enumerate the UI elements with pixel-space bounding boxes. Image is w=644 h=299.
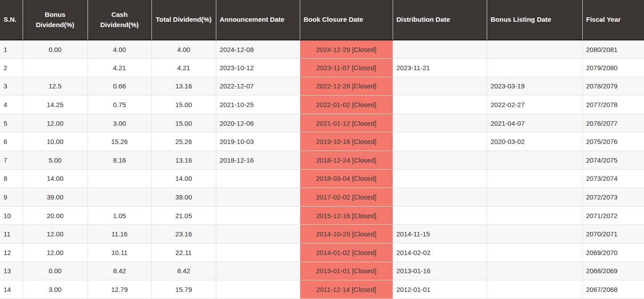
header-cell-fiscal_year: Fiscal Year bbox=[582, 0, 644, 40]
cell-bonus_dividend: 14.00 bbox=[23, 169, 87, 188]
cell-book_closure_date: 2021-01-12 [Closed] bbox=[300, 114, 393, 132]
cell-bonus_listing_date: 2021-04-07 bbox=[487, 114, 582, 132]
header-cell-total_dividend: Total Dividend(%) bbox=[151, 0, 216, 40]
cell-total_dividend: 21.05 bbox=[151, 206, 216, 225]
cell-total_dividend: 8.42 bbox=[151, 262, 216, 280]
cell-fiscal_year: 2071/2072 bbox=[582, 206, 644, 225]
cell-announcement_date bbox=[216, 280, 300, 299]
cell-announcement_date bbox=[216, 206, 300, 225]
cell-book_closure_date: 2019-10-16 [Closed] bbox=[300, 132, 393, 151]
cell-cash_dividend bbox=[87, 169, 151, 188]
cell-fiscal_year: 2075/2076 bbox=[582, 132, 644, 151]
cell-bonus_dividend: 12.00 bbox=[23, 114, 87, 132]
header-cell-bonus_dividend: Bonus Dividend(%) bbox=[23, 0, 87, 40]
cell-fiscal_year: 2069/2070 bbox=[582, 243, 644, 262]
cell-distribution_date: 2014-02-02 bbox=[393, 243, 487, 262]
cell-bonus_listing_date bbox=[487, 262, 582, 280]
cell-fiscal_year: 2073/2074 bbox=[582, 169, 644, 188]
cell-bonus_dividend: 10.00 bbox=[23, 132, 87, 151]
cell-sn: 1 bbox=[0, 40, 23, 59]
header-cell-book_closure_date: Book Closure Date bbox=[300, 0, 393, 40]
cell-book_closure_date: 2018-12-24 [Closed] bbox=[300, 151, 393, 170]
cell-announcement_date bbox=[216, 262, 300, 280]
cell-book_closure_date: 2011-12-14 [Closed] bbox=[300, 280, 393, 299]
cell-total_dividend: 13.16 bbox=[151, 151, 216, 170]
cell-sn: 13 bbox=[0, 262, 23, 280]
cell-bonus_dividend: 12.00 bbox=[23, 243, 87, 262]
cell-sn: 7 bbox=[0, 151, 23, 170]
cell-bonus_dividend: 0.00 bbox=[23, 40, 87, 59]
cell-total_dividend: 22.11 bbox=[151, 243, 216, 262]
cell-sn: 8 bbox=[0, 169, 23, 188]
cell-fiscal_year: 2070/2071 bbox=[582, 225, 644, 243]
cell-book_closure_date: 2022-12-28 [Closed] bbox=[300, 77, 393, 96]
cell-bonus_dividend: 14.25 bbox=[23, 96, 87, 114]
cell-bonus_listing_date bbox=[487, 169, 582, 188]
cell-cash_dividend: 11.16 bbox=[87, 225, 151, 243]
cell-announcement_date: 2021-10-25 bbox=[216, 96, 300, 114]
cell-bonus_dividend: 39.00 bbox=[23, 188, 87, 207]
cell-fiscal_year: 2080/2081 bbox=[582, 40, 644, 59]
cell-fiscal_year: 2076/2077 bbox=[582, 114, 644, 132]
table-row: 610.0015.2625.262019-10-032019-10-16 [Cl… bbox=[0, 132, 644, 151]
cell-total_dividend: 39.00 bbox=[151, 188, 216, 207]
table-body: 10.004.004.002024-12-082024-12-29 [Close… bbox=[0, 40, 644, 299]
cell-bonus_dividend bbox=[23, 59, 87, 77]
cell-sn: 14 bbox=[0, 280, 23, 299]
header-row: S.N.Bonus Dividend(%)Cash Dividend(%)Tot… bbox=[0, 0, 644, 40]
table-row: 1112.0011.1623.162014-10-20 [Closed]2014… bbox=[0, 225, 644, 243]
cell-sn: 3 bbox=[0, 77, 23, 96]
dividend-history-table: S.N.Bonus Dividend(%)Cash Dividend(%)Tot… bbox=[0, 0, 644, 299]
header-cell-bonus_listing_date: Bonus Listing Date bbox=[487, 0, 582, 40]
header-cell-cash_dividend: Cash Dividend(%) bbox=[87, 0, 151, 40]
cell-book_closure_date: 2014-10-20 [Closed] bbox=[300, 225, 393, 243]
cell-bonus_dividend: 0.00 bbox=[23, 262, 87, 280]
cell-total_dividend: 4.00 bbox=[151, 40, 216, 59]
table-row: 414.250.7515.002021-10-252022-01-02 [Clo… bbox=[0, 96, 644, 114]
cell-book_closure_date: 2018-03-04 [Closed] bbox=[300, 169, 393, 188]
cell-distribution_date bbox=[393, 114, 487, 132]
cell-bonus_dividend: 12.00 bbox=[23, 225, 87, 243]
cell-bonus_dividend: 12.5 bbox=[23, 77, 87, 96]
cell-cash_dividend: 0.66 bbox=[87, 77, 151, 96]
cell-distribution_date bbox=[393, 132, 487, 151]
table-row: 24.214.212023-10-122023-11-07 [Closed]20… bbox=[0, 59, 644, 77]
cell-fiscal_year: 2072/2073 bbox=[582, 188, 644, 207]
cell-distribution_date: 2013-01-16 bbox=[393, 262, 487, 280]
header-cell-distribution_date: Distribution Date bbox=[393, 0, 487, 40]
table-row: 143.0012.7915.792011-12-14 [Closed]2012-… bbox=[0, 280, 644, 299]
cell-book_closure_date: 2024-12-29 [Closed] bbox=[300, 40, 393, 59]
cell-fiscal_year: 2068/2069 bbox=[582, 262, 644, 280]
cell-bonus_listing_date bbox=[487, 280, 582, 299]
cell-distribution_date: 2023-11-21 bbox=[393, 59, 487, 77]
cell-total_dividend: 15.79 bbox=[151, 280, 216, 299]
cell-announcement_date bbox=[216, 169, 300, 188]
cell-total_dividend: 23.16 bbox=[151, 225, 216, 243]
cell-fiscal_year: 2079/2080 bbox=[582, 59, 644, 77]
dividend-history-panel: S.N.Bonus Dividend(%)Cash Dividend(%)Tot… bbox=[0, 0, 644, 299]
cell-sn: 4 bbox=[0, 96, 23, 114]
table-row: 130.008.428.422013-01-01 [Closed]2013-01… bbox=[0, 262, 644, 280]
cell-announcement_date: 2024-12-08 bbox=[216, 40, 300, 59]
cell-sn: 9 bbox=[0, 188, 23, 207]
cell-announcement_date: 2018-12-16 bbox=[216, 151, 300, 170]
cell-fiscal_year: 2067/2068 bbox=[582, 280, 644, 299]
cell-distribution_date bbox=[393, 77, 487, 96]
cell-distribution_date bbox=[393, 96, 487, 114]
cell-announcement_date: 2019-10-03 bbox=[216, 132, 300, 151]
cell-announcement_date bbox=[216, 225, 300, 243]
cell-sn: 10 bbox=[0, 206, 23, 225]
cell-book_closure_date: 2023-11-07 [Closed] bbox=[300, 59, 393, 77]
cell-bonus_listing_date bbox=[487, 188, 582, 207]
header-cell-sn: S.N. bbox=[0, 0, 23, 40]
cell-book_closure_date: 2013-01-01 [Closed] bbox=[300, 262, 393, 280]
cell-bonus_dividend: 20.00 bbox=[23, 206, 87, 225]
cell-sn: 12 bbox=[0, 243, 23, 262]
cell-bonus_listing_date bbox=[487, 40, 582, 59]
cell-book_closure_date: 2015-12-16 [Closed] bbox=[300, 206, 393, 225]
cell-cash_dividend bbox=[87, 188, 151, 207]
cell-cash_dividend: 0.75 bbox=[87, 96, 151, 114]
cell-bonus_listing_date bbox=[487, 243, 582, 262]
cell-announcement_date: 2020-12-06 bbox=[216, 114, 300, 132]
cell-cash_dividend: 12.79 bbox=[87, 280, 151, 299]
